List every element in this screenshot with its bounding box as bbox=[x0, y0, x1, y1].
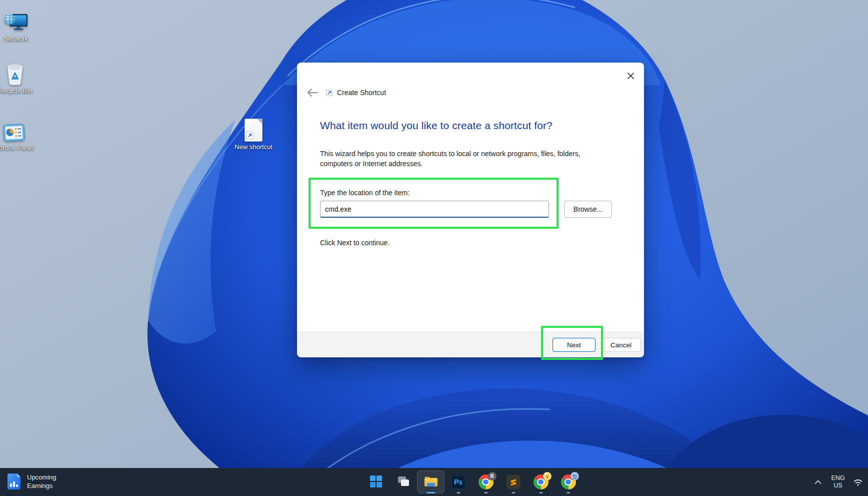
chrome-icon bbox=[534, 474, 548, 489]
language-indicator[interactable]: ENG US bbox=[827, 471, 849, 493]
windows-start-icon bbox=[370, 475, 382, 489]
dialog-footer: Next Cancel bbox=[297, 332, 644, 357]
chrome-profile-r-button[interactable]: R bbox=[472, 469, 500, 495]
desktop: Network Recycle Bin bbox=[0, 0, 868, 496]
task-view-button[interactable] bbox=[390, 469, 417, 495]
new-shortcut-icon bbox=[244, 119, 262, 142]
network-icon bbox=[4, 11, 28, 34]
desktop-icon-control-panel[interactable]: Control Panel bbox=[0, 119, 34, 152]
system-tray: ENG US bbox=[809, 468, 867, 496]
language-line2: US bbox=[834, 482, 842, 489]
file-explorer-icon bbox=[424, 475, 438, 489]
start-button[interactable] bbox=[362, 469, 390, 495]
hidden-icons-chevron[interactable] bbox=[809, 471, 827, 493]
shortcut-mini-icon bbox=[326, 90, 332, 96]
sublime-text-button[interactable] bbox=[500, 469, 527, 495]
chrome-icon bbox=[561, 474, 576, 489]
file-explorer-button[interactable] bbox=[417, 470, 444, 493]
chrome-profile-3-button[interactable] bbox=[554, 469, 582, 495]
widget-label-line1: Upcoming bbox=[27, 473, 56, 481]
control-panel-icon bbox=[2, 120, 26, 143]
location-label: Type the location of the item: bbox=[320, 189, 410, 197]
dialog-heading: What item would you like to create a sho… bbox=[320, 120, 552, 132]
photoshop-button[interactable]: Ps bbox=[444, 469, 472, 495]
running-indicator bbox=[484, 492, 488, 493]
desktop-icon-new-shortcut[interactable]: New shortcut bbox=[234, 118, 273, 151]
running-indicator bbox=[566, 492, 570, 493]
next-button[interactable]: Next bbox=[552, 338, 596, 352]
task-view-icon bbox=[397, 475, 410, 489]
desktop-icon-label: Control Panel bbox=[0, 144, 34, 152]
profile-badge-avatar bbox=[570, 472, 579, 480]
earnings-widget-icon bbox=[7, 473, 22, 491]
running-indicator bbox=[512, 492, 515, 493]
widgets-button[interactable]: Upcoming Earnings bbox=[2, 470, 62, 494]
desktop-icon-label: Recycle Bin bbox=[0, 87, 32, 95]
back-arrow-icon[interactable] bbox=[305, 87, 320, 99]
running-indicator bbox=[539, 492, 542, 493]
photoshop-icon: Ps bbox=[452, 475, 466, 489]
chrome-icon: R bbox=[478, 474, 494, 489]
running-indicator bbox=[426, 492, 435, 493]
language-line1: ENG bbox=[831, 474, 844, 482]
dialog-description: This wizard helps you to create shortcut… bbox=[320, 149, 598, 169]
profile-badge-emoji bbox=[543, 472, 552, 480]
desktop-icon-network[interactable]: Network bbox=[0, 10, 36, 43]
browse-button[interactable]: Browse... bbox=[564, 201, 612, 218]
profile-badge-r: R bbox=[488, 472, 496, 480]
sublime-text-icon bbox=[506, 475, 520, 489]
close-icon[interactable] bbox=[622, 69, 639, 83]
dialog-hint: Click Next to continue. bbox=[320, 239, 390, 247]
desktop-icon-label: Network bbox=[4, 35, 28, 43]
dialog-title: Create Shortcut bbox=[337, 89, 386, 97]
widget-label-line2: Earnings bbox=[27, 482, 52, 489]
desktop-icon-recycle-bin[interactable]: Recycle Bin bbox=[0, 62, 34, 95]
taskbar-apps: Ps R bbox=[362, 468, 582, 496]
dialog-header: Create Shortcut bbox=[305, 87, 386, 99]
chrome-profile-2-button[interactable] bbox=[527, 469, 554, 495]
recycle-bin-icon bbox=[5, 63, 25, 86]
taskbar: Upcoming Earnings bbox=[0, 468, 868, 496]
location-input[interactable] bbox=[320, 201, 549, 218]
cancel-button[interactable]: Cancel bbox=[601, 338, 641, 352]
wifi-icon[interactable] bbox=[849, 471, 867, 493]
desktop-icon-label: New shortcut bbox=[234, 143, 272, 151]
create-shortcut-dialog: Create Shortcut What item would you like… bbox=[297, 63, 644, 357]
running-indicator bbox=[456, 492, 460, 493]
